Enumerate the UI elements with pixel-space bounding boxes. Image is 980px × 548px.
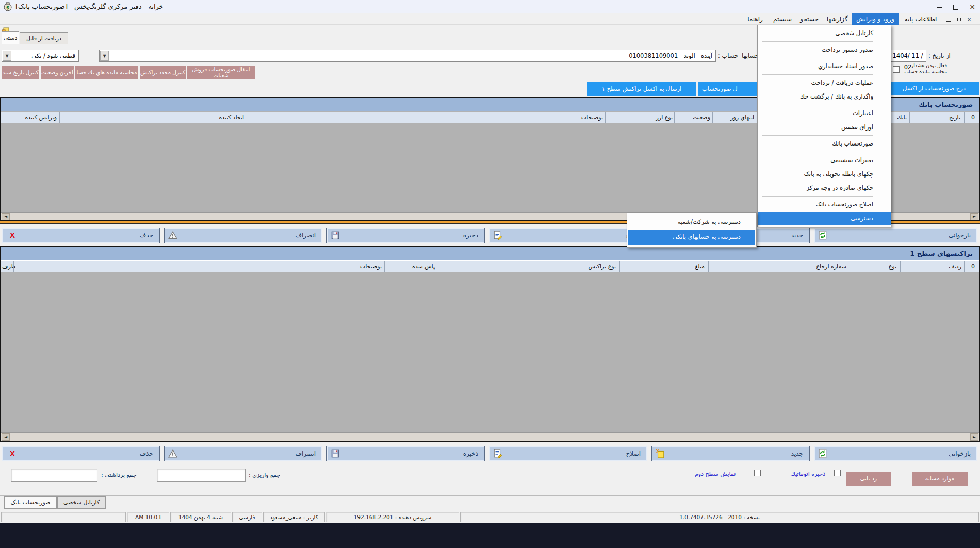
menu-base-info[interactable]: اطلاعات پایه — [900, 13, 941, 25]
insert-statement-excel-button[interactable]: درج صورتحساب از اکسل — [889, 82, 979, 95]
auto-save-label: ذخیره اتوماتیك — [791, 471, 825, 477]
mdi-restore-icon[interactable] — [955, 15, 963, 23]
delete-button[interactable]: X حذف — [2, 446, 160, 461]
refresh-icon — [818, 231, 827, 240]
grid1-col-endofday[interactable]: انتهاي روز — [730, 112, 754, 123]
menuitem-fix-bank-statement[interactable]: اصلاح صورتحساب بانک — [758, 198, 891, 212]
mdi-tab-personal-cartable[interactable]: کارتابل شخصی — [57, 496, 106, 509]
modify-button[interactable]: اصلاح — [489, 228, 647, 243]
menuitem-cheques-payable-center[interactable]: چکهای صادره در وجه مرکز — [758, 181, 891, 195]
show-level2-label: نمایش سطح دوم — [695, 471, 736, 477]
menuitem-access[interactable]: دسترسی — [758, 212, 891, 225]
menuitem-bank-deposit-cheque-return[interactable]: واگذاري به بانك / برگشت چك — [758, 90, 891, 104]
menu-search[interactable]: جستجو — [796, 13, 822, 25]
scroll-right-icon[interactable]: ► — [970, 433, 978, 441]
mdi-minimize-icon[interactable] — [944, 15, 953, 23]
menuitem-guarantee-papers[interactable]: اوراق تضمین — [758, 120, 891, 134]
grid1-col-bank[interactable]: بانك — [897, 112, 907, 123]
grid2-body — [1, 272, 979, 432]
transfer-branch-sales-statement-button[interactable]: انتقال صورتحساب فروش شعبات — [187, 66, 255, 79]
grid2-col-row[interactable]: ردیف — [949, 261, 961, 272]
menuitem-credits[interactable]: اعتبارات — [758, 106, 891, 120]
grid2-col-passed[interactable]: پاس شده — [412, 261, 435, 272]
chevron-down-icon[interactable]: ▼ — [3, 51, 11, 61]
edit-icon — [493, 449, 502, 458]
chevron-down-icon[interactable]: ▼ — [100, 51, 109, 61]
menuitem-void-cheques-to-bank[interactable]: چکهای باطله تحویلی به بانک — [758, 167, 891, 181]
status-version: نسخه : 2010 - 1.0.7407.35726 — [460, 512, 979, 522]
grid1-col-description[interactable]: توضیحات — [581, 112, 603, 123]
grid1-col-editor[interactable]: ویرایش کننده — [25, 112, 57, 123]
menuitem-receive-payment-ops[interactable]: عملیات دریافت / پرداخت — [758, 76, 891, 90]
export-excel-level1-button[interactable]: ارسال به اکسل تراکنش سطح ۱ — [587, 82, 696, 96]
tab-manual[interactable]: دستی — [2, 31, 19, 44]
trace-button[interactable]: رد یابی — [846, 472, 891, 486]
title-bar: $ خزانه - دفتر مرکزي گلرنگ‌پخش - [صورتحس… — [0, 0, 980, 13]
status-server: سرویس دهنده : 192.168.2.201 — [326, 512, 459, 522]
menuitem-payment-order[interactable]: صدور دستور پرداخت — [758, 43, 891, 57]
account-label: حساب : — [718, 52, 738, 59]
cancel-button[interactable]: انصراف — [164, 228, 322, 243]
finalize-mode-combobox[interactable]: ▼ قطعی شود / تکی — [2, 50, 79, 62]
minimize-button[interactable] — [932, 0, 947, 13]
save-button[interactable]: ذخیره — [326, 228, 485, 243]
menuitem-personal-cartable[interactable]: کارتابل شخصی — [758, 26, 891, 40]
save-button[interactable]: ذخیره — [326, 446, 485, 461]
withdraw-sum-field[interactable] — [11, 469, 97, 482]
reload-button[interactable]: بازخوانی — [814, 228, 977, 243]
new-button[interactable]: جدید — [651, 446, 810, 461]
auto-save-checkbox[interactable] — [834, 470, 841, 476]
status-user: کاربر : منیعی_مسعود — [263, 512, 325, 522]
menu-entry-edit[interactable]: ورود و ویرایش — [852, 13, 899, 25]
mdi-tab-bank-statement[interactable]: صورتحساب بانک — [4, 496, 57, 509]
menu-reports[interactable]: گزارشها — [823, 13, 851, 25]
maximize-button[interactable] — [948, 0, 963, 13]
refresh-icon — [818, 449, 827, 458]
grid2-col-transaction-type[interactable]: نوع تراکنش — [588, 261, 616, 272]
grid2-col-refno[interactable]: شماره ارجاع — [816, 261, 846, 272]
scroll-right-icon[interactable]: ► — [970, 213, 978, 220]
close-button[interactable]: × — [965, 0, 980, 13]
scroll-left-icon[interactable]: ◄ — [2, 433, 10, 441]
mdi-close-icon[interactable]: × — [965, 15, 973, 23]
cancel-button[interactable]: انصراف — [164, 446, 322, 461]
grid2-col-description[interactable]: توضیحات — [360, 261, 382, 272]
last-status-button[interactable]: آخرین وضعیت — [41, 66, 74, 79]
recheck-transaction-button[interactable]: کنترل مجدد تراکنش — [140, 66, 186, 79]
show-level2-checkbox[interactable] — [754, 470, 761, 476]
from-date-field[interactable]: 1404/ 11 / 02 — [889, 50, 926, 62]
grid2-col-amount[interactable]: مبلغ — [695, 261, 705, 272]
submenuitem-access-company-branch[interactable]: دسترسی به شرکت/شعبه — [628, 215, 755, 230]
status-time: AM 10:03 — [127, 512, 169, 522]
balance-warning-checkbox[interactable] — [893, 66, 900, 73]
scroll-left-icon[interactable]: ◄ — [2, 213, 10, 220]
from-date-label: از تاریخ : — [928, 52, 951, 59]
account-combobox-value: آینده - الوند - 0100381109001 — [629, 50, 712, 61]
submenuitem-access-bank-accounts[interactable]: دسترسی به حسابهای بانکی — [628, 230, 755, 245]
delete-button[interactable]: X حذف — [2, 228, 160, 243]
grid1-col-date[interactable]: تاریخ — [949, 112, 960, 123]
delete-x-icon: X — [6, 449, 15, 458]
grid2-col-type[interactable]: نوع — [889, 261, 896, 272]
tab-receive-from-file[interactable]: دریافت از فایل — [20, 32, 68, 44]
check-doc-date-button[interactable]: کنترل تاریخ سند — [2, 66, 39, 79]
menu-system[interactable]: سیستم — [770, 13, 795, 25]
menuitem-bank-statement[interactable]: صورتحساب بانك — [758, 137, 891, 151]
cancel-icon — [168, 449, 177, 458]
menu-help[interactable]: راهنما — [742, 13, 769, 25]
menuitem-system-changes[interactable]: تغییرات سیستمی — [758, 153, 891, 167]
grid2-header-row: 0 ردیف نوع شماره ارجاع مبلغ نوع تراکنش پ… — [1, 261, 979, 272]
grid1-col-status[interactable]: وضعیت — [693, 112, 710, 123]
menuitem-accounting-docs[interactable]: صدور اسناد حسابداري — [758, 59, 891, 73]
deposit-sum-field[interactable] — [157, 469, 246, 482]
modify-button[interactable]: اصلاح — [489, 446, 647, 461]
status-empty-panel — [1, 512, 126, 522]
grid1-col-creator[interactable]: ایجاد کننده — [219, 112, 244, 123]
grid1-col-currency[interactable]: نوع ارز — [656, 112, 673, 123]
compute-account-balance-button[interactable]: محاسبه مانده هاي یك حسا — [75, 66, 138, 79]
reload-button[interactable]: بازخوانی — [814, 446, 977, 461]
account-combobox[interactable]: ▼ آینده - الوند - 0100381109001 — [99, 50, 716, 62]
grid2-horizontal-scrollbar[interactable]: ◄ ► — [1, 432, 979, 441]
svg-text:$: $ — [6, 5, 9, 10]
similar-items-button[interactable]: موارد مشابه — [912, 472, 968, 486]
